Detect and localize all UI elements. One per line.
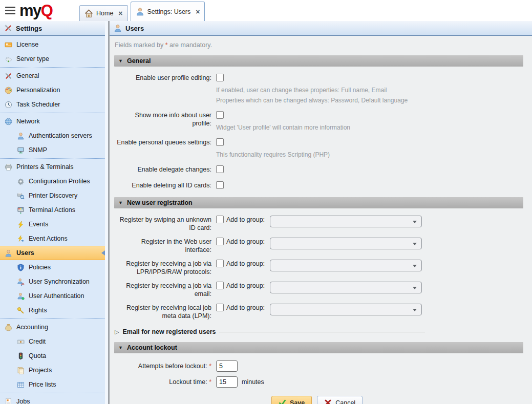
- sidebar-item-label: General: [16, 72, 39, 79]
- logo-text-my: my: [19, 2, 41, 19]
- form-row-register-in-the-web-user-interface: Register in the Web user interface:Add t…: [114, 238, 523, 254]
- sidebar-item-accounting[interactable]: Accounting: [0, 320, 105, 334]
- register-in-the-web-user-interface-group-select[interactable]: [270, 238, 422, 249]
- sidebar-title: Settings: [16, 25, 42, 32]
- body-row: Settings LicenseServer typeGeneralPerson…: [0, 21, 532, 404]
- sidebar-item-label: Jobs: [16, 398, 30, 404]
- field-label: Register by receiving a job via email:: [114, 282, 211, 298]
- sidebar-item-label: User Synchronization: [29, 278, 90, 285]
- field-label: Register in the Web user interface:: [114, 238, 211, 254]
- sidebar-item-price-lists[interactable]: Price lists: [0, 377, 105, 392]
- field-label: Enable personal queues settings:: [114, 138, 211, 146]
- show-more-info-about-user-profile-checkbox[interactable]: [216, 111, 224, 119]
- sidebar-item-event-actions[interactable]: Event Actions: [0, 231, 105, 246]
- field-label: Lockout time: *: [114, 376, 211, 388]
- sidebar-item-label: Network: [16, 118, 40, 125]
- section-header-new-user-registration[interactable]: ▼New user registration: [114, 197, 523, 208]
- enable-user-profile-editing-checkbox[interactable]: [216, 74, 224, 81]
- register-by-receiving-a-job-via-email-group-select[interactable]: [270, 282, 422, 293]
- register-by-receiving-local-job-meta-data-lpm-group-select[interactable]: [270, 304, 422, 315]
- sidebar-item-snmp[interactable]: SNMP: [0, 143, 105, 157]
- register-by-receiving-a-job-via-lpr-ipps-raw-protocols-checkbox[interactable]: [216, 260, 224, 267]
- register-by-receiving-a-job-via-lpr-ipps-raw-protocols-group-select[interactable]: [270, 260, 422, 271]
- field-suffix: minutes: [242, 378, 264, 386]
- sidebar-event-actions-icon: [17, 235, 25, 243]
- field-control: [216, 181, 224, 190]
- sidebar-events-icon: [17, 221, 25, 228]
- sidebar-credit-icon: [17, 338, 25, 346]
- nav-divider: [0, 113, 105, 113]
- save-button[interactable]: Save: [271, 396, 312, 404]
- tab-home[interactable]: Home×: [79, 5, 128, 21]
- form-row-register-by-receiving-local-job-meta-data-lpm: Register by receiving local job meta dat…: [114, 304, 523, 320]
- sidebar-item-network[interactable]: Network: [0, 114, 105, 129]
- add-to-group-label: Add to group:: [226, 238, 270, 245]
- subsection-collapsed-icon: ▷: [115, 329, 119, 335]
- nav-divider: [0, 393, 105, 393]
- add-to-group-label: Add to group:: [226, 260, 270, 267]
- cancel-button[interactable]: Cancel: [317, 396, 363, 404]
- sidebar-item-jobs[interactable]: Jobs: [0, 394, 105, 404]
- field-label: Register by receiving a job via LPR/IPPS…: [114, 260, 211, 276]
- register-in-the-web-user-interface-checkbox[interactable]: [216, 238, 224, 245]
- sidebar-item-user-synchronization[interactable]: User Synchronization: [0, 274, 105, 289]
- close-icon[interactable]: ×: [196, 8, 200, 15]
- register-by-swiping-an-unknown-id-card-group-select[interactable]: [270, 216, 422, 227]
- sidebar-general-icon: [5, 72, 12, 80]
- sidebar-item-events[interactable]: Events: [0, 217, 105, 231]
- sidebar-item-personalization[interactable]: Personalization: [0, 83, 105, 97]
- sidebar-item-rights[interactable]: Rights: [0, 303, 105, 317]
- register-by-receiving-local-job-meta-data-lpm-checkbox[interactable]: [216, 304, 224, 311]
- sidebar-item-projects[interactable]: Projects: [0, 363, 105, 377]
- sidebar-item-printer-discovery[interactable]: Printer Discovery: [0, 188, 105, 203]
- enable-deleting-all-id-cards-checkbox[interactable]: [216, 181, 224, 189]
- logo-text-q: Q: [41, 2, 53, 19]
- sidebar-item-authentication-servers[interactable]: Authentication servers: [0, 129, 105, 143]
- sidebar-item-label: Accounting: [16, 324, 48, 331]
- sidebar-item-label: Event Actions: [29, 235, 68, 242]
- sidebar-item-policies[interactable]: Policies: [0, 260, 105, 274]
- registration-section-body: Register by swiping an unknown ID card:A…: [114, 208, 523, 335]
- sidebar-item-general[interactable]: General: [0, 69, 105, 83]
- attempts-before-lockout-input[interactable]: [216, 360, 238, 372]
- sidebar-item-user-authentication[interactable]: User Authentication: [0, 289, 105, 303]
- sidebar-item-label: Rights: [29, 307, 47, 314]
- field-control: If enabled, user can change these proper…: [216, 74, 408, 104]
- sidebar-item-configuration-profiles[interactable]: Configuration Profiles: [0, 174, 105, 188]
- sidebar-item-task-scheduler[interactable]: Task Scheduler: [0, 97, 105, 112]
- register-by-receiving-a-job-via-email-checkbox[interactable]: [216, 282, 224, 289]
- sidebar-item-quota[interactable]: Quota: [0, 349, 105, 363]
- subsection-email-for-new-registered-users[interactable]: ▷Email for new registered users: [115, 328, 425, 335]
- section-expanded-icon: ▼: [118, 200, 123, 205]
- enable-delegate-changes-checkbox[interactable]: [216, 165, 224, 173]
- sidebar-item-label: Events: [29, 221, 48, 228]
- sidebar-item-credit[interactable]: Credit: [0, 334, 105, 349]
- sidebar-item-label: Server type: [16, 55, 49, 62]
- section-header-general[interactable]: ▼General: [114, 55, 523, 67]
- register-by-swiping-an-unknown-id-card-checkbox[interactable]: [216, 216, 224, 223]
- form-row-enable-deleting-all-id-cards: Enable deleting all ID cards:: [114, 181, 523, 190]
- field-label: Register by receiving local job meta dat…: [114, 304, 211, 320]
- form-row-lockout-time: Lockout time: *minutes: [114, 376, 523, 388]
- sidebar-item-server-type[interactable]: Server type: [0, 52, 105, 66]
- section-header-account-lockout[interactable]: ▼Account lockout: [114, 342, 523, 353]
- lockout-time-input[interactable]: [216, 376, 238, 388]
- close-icon[interactable]: ×: [118, 10, 122, 17]
- sidebar-item-users[interactable]: Users: [0, 246, 105, 260]
- add-to-group-label: Add to group:: [226, 216, 270, 223]
- sidebar-item-terminal-actions[interactable]: Terminal Actions: [0, 203, 105, 217]
- sidebar-user-authentication-icon: [17, 292, 25, 300]
- help-text: Properties which can be changed always: …: [216, 96, 408, 104]
- lockout-section-body: Attempts before lockout: *Lockout time: …: [114, 353, 523, 404]
- section-title: New user registration: [127, 199, 193, 206]
- main-content: Fields marked by * are mandatory. ▼Gener…: [110, 36, 532, 404]
- chevron-down-icon: [413, 243, 417, 245]
- sidebar-configuration-profiles-icon: [17, 178, 25, 185]
- enable-personal-queues-settings-checkbox[interactable]: [216, 138, 224, 146]
- section-title: General: [127, 57, 151, 65]
- sidebar-item-printers-terminals[interactable]: Printers & Terminals: [0, 160, 105, 174]
- field-label: Register by swiping an unknown ID card:: [114, 216, 211, 232]
- sidebar-item-license[interactable]: License: [0, 37, 105, 52]
- hamburger-menu-icon[interactable]: [5, 7, 15, 14]
- tab-settings-users[interactable]: Settings: Users×: [131, 2, 205, 21]
